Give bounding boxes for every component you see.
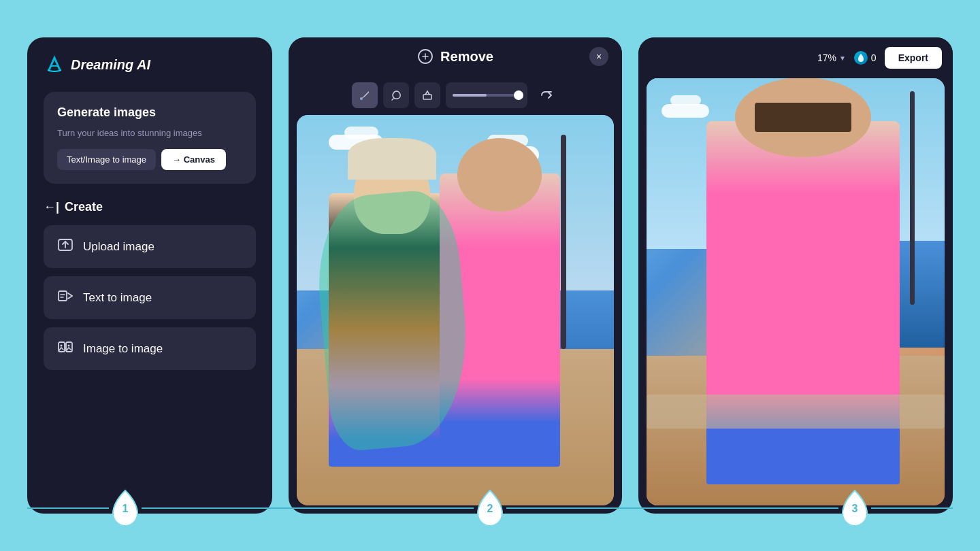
redo-icon <box>539 88 553 102</box>
panel-2-image-area <box>297 115 614 505</box>
text-to-image-icon <box>57 288 74 307</box>
redo-button[interactable] <box>533 82 559 108</box>
panel-3-result: 17% ▼ 0 Export <box>638 37 953 514</box>
p3-cloud-2 <box>670 95 701 105</box>
eraser-icon <box>421 89 434 101</box>
panel-2-remove: Remove × <box>289 37 622 514</box>
step-1-line-left <box>27 507 109 509</box>
close-icon: × <box>596 51 602 62</box>
step-1-container: 1 <box>109 489 142 527</box>
generate-card: Generate images Turn your ideas into stu… <box>44 92 256 184</box>
logo-icon <box>44 54 65 76</box>
remove-title: Remove <box>440 49 493 65</box>
export-button[interactable]: Export <box>885 47 942 69</box>
step-3-line-left <box>644 507 838 509</box>
canvas-button[interactable]: → Canvas <box>161 149 226 170</box>
create-section: ←| Create Upload image <box>44 197 256 370</box>
button-row: Text/Image to image → Canvas <box>57 149 242 170</box>
step-indicators: 1 2 3 <box>0 489 980 527</box>
panel-2-header: Remove × <box>289 37 622 76</box>
main-container: Dreaming AI Generate images Turn your id… <box>0 0 980 551</box>
lasso-tool-button[interactable] <box>383 82 409 108</box>
p3-cloud-1 <box>662 104 709 118</box>
back-arrow-icon: ←| <box>44 200 59 214</box>
image-to-image-item[interactable]: Image to image <box>44 327 256 370</box>
slider-track <box>453 94 521 97</box>
create-label: Create <box>65 200 103 214</box>
step-2-line-right <box>506 507 644 509</box>
credits-droplet-icon <box>856 53 866 63</box>
panel-3-header: 17% ▼ 0 Export <box>638 37 953 78</box>
p3-main-person <box>706 121 900 484</box>
upload-image-item[interactable]: Upload image <box>44 225 256 268</box>
step-2-container: 2 <box>474 489 506 527</box>
step-3-number: 3 <box>852 503 858 515</box>
upload-image-label: Upload image <box>83 240 154 254</box>
step-1-indicator: 1 <box>27 489 336 527</box>
step-3-container: 3 <box>838 489 871 527</box>
text-to-image-item[interactable]: Text to image <box>44 276 256 319</box>
svg-point-10 <box>360 97 363 100</box>
svg-rect-11 <box>423 95 431 99</box>
credits-icon <box>854 51 868 65</box>
step-3-line-right <box>871 507 953 509</box>
eraser-icon <box>417 48 434 65</box>
panel-1-sidebar: Dreaming AI Generate images Turn your id… <box>27 37 272 514</box>
toolbar <box>289 76 622 115</box>
slider-thumb <box>514 90 523 100</box>
upload-image-icon <box>57 237 74 256</box>
panel-2-title: Remove <box>417 48 493 65</box>
text-to-image-label: Text to image <box>83 291 152 305</box>
step-2-indicator: 2 <box>336 489 644 527</box>
image-to-image-label: Image to image <box>83 342 163 356</box>
zoom-indicator: 17% ▼ <box>817 52 846 63</box>
generate-title: Generate images <box>57 105 242 120</box>
eraser-tool-button[interactable] <box>414 82 440 108</box>
close-button[interactable]: × <box>589 47 608 66</box>
balustrade <box>647 395 945 429</box>
slider-fill <box>453 94 487 97</box>
brush-tool-button[interactable] <box>352 82 378 108</box>
step-1-line-right <box>142 507 336 509</box>
zoom-chevron-icon: ▼ <box>839 54 846 62</box>
panel-2-image-content <box>297 115 614 505</box>
step-3-indicator: 3 <box>644 489 953 527</box>
svg-rect-2 <box>59 291 67 301</box>
step-1-number: 1 <box>122 503 129 515</box>
lasso-icon <box>390 89 402 101</box>
image-to-image-icon <box>57 339 74 358</box>
step-2-line-left <box>336 507 474 509</box>
lamppost <box>561 135 566 350</box>
text-image-button[interactable]: Text/Image to image <box>57 149 156 170</box>
p3-lamppost <box>910 91 915 305</box>
generate-subtitle: Turn your ideas into stunning images <box>57 128 242 138</box>
svg-point-8 <box>68 345 70 347</box>
credits-badge: 0 <box>854 51 877 65</box>
brush-size-slider[interactable] <box>446 82 527 108</box>
logo-text: Dreaming AI <box>71 57 150 73</box>
panel-3-image-area <box>647 78 945 505</box>
zoom-value: 17% <box>817 52 836 63</box>
step-2-number: 2 <box>487 503 493 515</box>
panel-3-image-content <box>647 78 945 505</box>
credits-count: 0 <box>871 52 877 63</box>
svg-point-7 <box>61 345 63 347</box>
cloud-2 <box>344 127 378 139</box>
logo-area: Dreaming AI <box>44 54 256 76</box>
create-header: ←| Create <box>44 197 256 217</box>
brush-icon <box>359 89 371 101</box>
